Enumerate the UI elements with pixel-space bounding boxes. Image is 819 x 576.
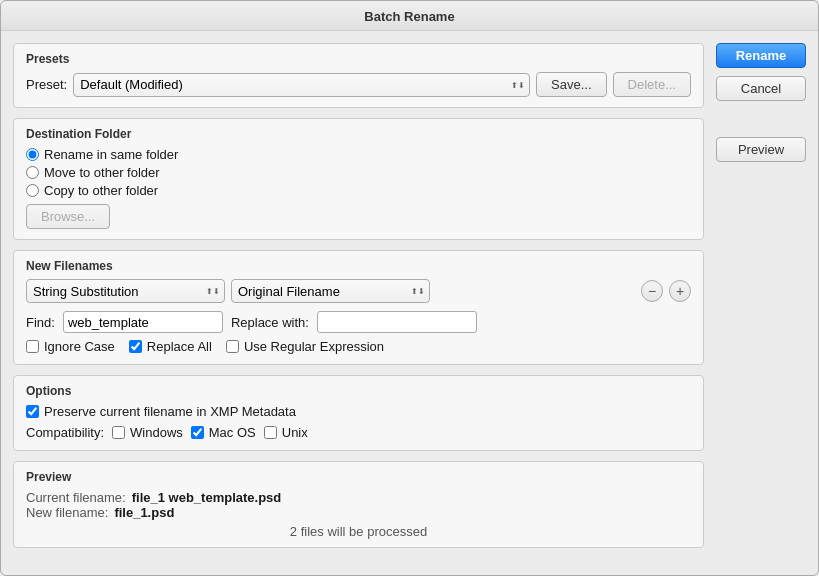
radio-copy-folder[interactable]: Copy to other folder <box>26 183 691 198</box>
replace-all-checkbox[interactable] <box>129 340 142 353</box>
preserve-checkbox[interactable] <box>26 405 39 418</box>
add-button[interactable]: + <box>669 280 691 302</box>
presets-section: Presets Preset: Default (Modified) Save.… <box>13 43 704 108</box>
source-select-wrapper[interactable]: Original Filename New Filename <box>231 279 430 303</box>
rename-button[interactable]: Rename <box>716 43 806 68</box>
compat-label: Compatibility: <box>26 425 104 440</box>
preset-select[interactable]: Default (Modified) <box>73 73 530 97</box>
options-section: Options Preserve current filename in XMP… <box>13 375 704 451</box>
ignore-case-item[interactable]: Ignore Case <box>26 339 115 354</box>
preview-info-section: Preview Current filename: file_1 web_tem… <box>13 461 704 548</box>
radio-same-label: Rename in same folder <box>44 147 178 162</box>
new-filenames-title: New Filenames <box>26 259 691 273</box>
destination-section: Destination Folder Rename in same folder… <box>13 118 704 240</box>
regex-item[interactable]: Use Regular Expression <box>226 339 384 354</box>
batch-rename-window: Batch Rename Presets Preset: Default (Mo… <box>0 0 819 576</box>
side-panel: Rename Cancel Preview <box>716 43 806 563</box>
regex-label: Use Regular Expression <box>244 339 384 354</box>
save-button[interactable]: Save... <box>536 72 606 97</box>
destination-radio-group: Rename in same folder Move to other fold… <box>26 147 691 198</box>
presets-title: Presets <box>26 52 691 66</box>
replace-input[interactable] <box>317 311 477 333</box>
compat-windows-checkbox[interactable] <box>112 426 125 439</box>
new-filename-value: file_1.psd <box>114 505 174 520</box>
compat-macos-label: Mac OS <box>209 425 256 440</box>
compat-unix-label: Unix <box>282 425 308 440</box>
new-filename-label: New filename: <box>26 505 108 520</box>
destination-title: Destination Folder <box>26 127 691 141</box>
preserve-label: Preserve current filename in XMP Metadat… <box>44 404 296 419</box>
radio-copy-input[interactable] <box>26 184 39 197</box>
compat-windows[interactable]: Windows <box>112 425 183 440</box>
preserve-item[interactable]: Preserve current filename in XMP Metadat… <box>26 404 691 419</box>
find-input[interactable] <box>63 311 223 333</box>
current-filename-value: file_1 web_template.psd <box>132 490 282 505</box>
window-title: Batch Rename <box>364 9 454 24</box>
replace-label: Replace with: <box>231 315 309 330</box>
replace-all-label: Replace All <box>147 339 212 354</box>
title-bar: Batch Rename <box>1 1 818 31</box>
radio-copy-label: Copy to other folder <box>44 183 158 198</box>
remove-button[interactable]: − <box>641 280 663 302</box>
new-filenames-section: New Filenames String Substitution Origin… <box>13 250 704 365</box>
cancel-button[interactable]: Cancel <box>716 76 806 101</box>
preview-button[interactable]: Preview <box>716 137 806 162</box>
file-count: 2 files will be processed <box>26 520 691 541</box>
compat-macos-checkbox[interactable] <box>191 426 204 439</box>
compat-unix[interactable]: Unix <box>264 425 308 440</box>
ignore-case-label: Ignore Case <box>44 339 115 354</box>
main-panel: Presets Preset: Default (Modified) Save.… <box>13 43 704 563</box>
compat-macos[interactable]: Mac OS <box>191 425 256 440</box>
preset-select-wrapper[interactable]: Default (Modified) <box>73 73 530 97</box>
type-select[interactable]: String Substitution Original Filename Se… <box>26 279 225 303</box>
radio-same-input[interactable] <box>26 148 39 161</box>
radio-move-label: Move to other folder <box>44 165 160 180</box>
radio-same-folder[interactable]: Rename in same folder <box>26 147 691 162</box>
compat-windows-label: Windows <box>130 425 183 440</box>
compat-unix-checkbox[interactable] <box>264 426 277 439</box>
current-filename-label: Current filename: <box>26 490 126 505</box>
delete-button[interactable]: Delete... <box>613 72 691 97</box>
radio-move-input[interactable] <box>26 166 39 179</box>
regex-checkbox[interactable] <box>226 340 239 353</box>
replace-all-item[interactable]: Replace All <box>129 339 212 354</box>
type-select-wrapper[interactable]: String Substitution Original Filename Se… <box>26 279 225 303</box>
preset-label: Preset: <box>26 77 67 92</box>
source-select[interactable]: Original Filename New Filename <box>231 279 430 303</box>
preview-section-title: Preview <box>26 470 691 484</box>
radio-move-folder[interactable]: Move to other folder <box>26 165 691 180</box>
browse-button[interactable]: Browse... <box>26 204 110 229</box>
options-title: Options <box>26 384 691 398</box>
ignore-case-checkbox[interactable] <box>26 340 39 353</box>
find-label: Find: <box>26 315 55 330</box>
